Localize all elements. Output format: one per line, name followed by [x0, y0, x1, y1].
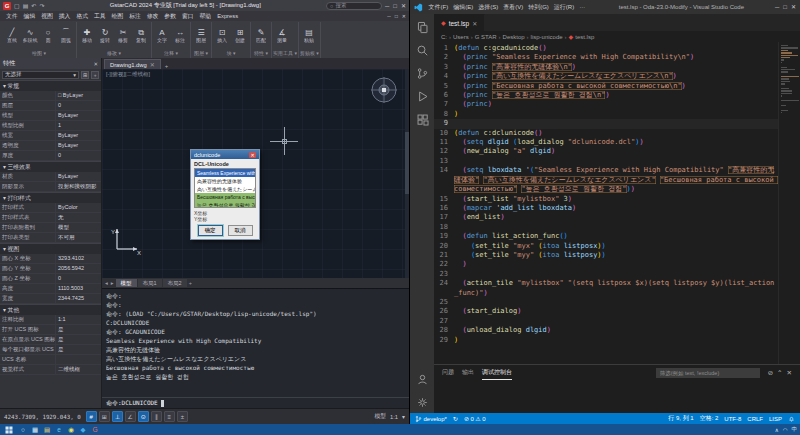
dialog-list-item[interactable]: 高兼容性的无缝体验	[195, 177, 255, 185]
layout-tab-布局1[interactable]: 布局1	[138, 279, 162, 287]
props-section-三维效果[interactable]: ▾ 三维效果	[0, 161, 101, 172]
ribbon-group-name[interactable]: 图层 ▾	[192, 48, 210, 58]
status-toggle-5[interactable]: ∥	[151, 411, 162, 422]
layout-tab-arrow[interactable]: ▸	[110, 280, 115, 286]
panel-tab-问题[interactable]: 问题	[442, 366, 454, 380]
editor-tab-test-lsp[interactable]: ◆ test.lsp ✕	[434, 14, 485, 31]
close-icon[interactable]: ✕	[150, 61, 155, 68]
cad-window-button-0[interactable]: ─	[385, 3, 389, 9]
cad-menu-绘图[interactable]: 绘图	[109, 12, 127, 21]
ribbon-group-name[interactable]: 特性 ▾	[252, 48, 270, 58]
quick-select-button[interactable]: ⊞	[81, 71, 89, 79]
ribbon-tool-粘贴[interactable]: ▤粘贴	[300, 28, 318, 43]
close-icon[interactable]: ✕	[472, 20, 477, 27]
vscode-menu-文件(F)[interactable]: 文件(F)	[426, 3, 451, 12]
editor-minimap[interactable]	[778, 42, 800, 364]
status-toggle-4[interactable]: ⊙	[138, 411, 149, 422]
close-icon[interactable]: ✕	[93, 61, 98, 67]
cad-window-button-2[interactable]: ✕	[401, 3, 406, 9]
property-row[interactable]: 圆心 Z 坐标0	[0, 274, 101, 284]
property-row[interactable]: 高度1110.5003	[0, 284, 101, 294]
ok-button[interactable]: 确定	[198, 225, 223, 236]
selection-dropdown[interactable]: 无选择 ▾	[2, 71, 79, 79]
property-row[interactable]: 阴影显示投射和接收阴影	[0, 182, 101, 192]
cad-menu-格式[interactable]: 格式	[73, 12, 91, 21]
code-line[interactable]: 23	[434, 270, 778, 279]
props-section-常规[interactable]: ▾ 常规	[0, 80, 101, 91]
vscode-menu-查看(V)[interactable]: 查看(V)	[501, 3, 526, 12]
select-objects-button[interactable]: ＋	[91, 71, 99, 79]
panel-tab-调试控制台[interactable]: 调试控制台	[482, 366, 512, 380]
property-row[interactable]: 在原点显示 UCS 图标是	[0, 335, 101, 345]
property-row[interactable]: UCS 名称	[0, 355, 101, 365]
code-line[interactable]: 28 (unload_dialog dlgid)	[434, 326, 778, 335]
property-row[interactable]: 打开 UCS 图标是	[0, 325, 101, 335]
file-explorer-icon[interactable]: ▤	[41, 425, 53, 434]
cad-menu-窗口[interactable]: 窗口	[179, 12, 197, 21]
property-row[interactable]: 线型比例1	[0, 121, 101, 131]
qat-icon-3[interactable]: ↷	[39, 3, 44, 9]
dialog-list-item[interactable]: 높은 호환성으로 원활한 경험	[195, 201, 255, 208]
props-section-打印样式[interactable]: ▾ 打印样式	[0, 192, 101, 203]
ribbon-group-name[interactable]: 修改 ▾	[78, 48, 150, 58]
navigation-compass-icon[interactable]	[369, 75, 399, 105]
ribbon-tool-插入[interactable]: ⊡插入	[213, 28, 231, 43]
debug-filter-input[interactable]	[656, 368, 760, 378]
code-line[interactable]: 15 (start_list "mylistbox" 3)	[434, 195, 778, 204]
ribbon-tool-标注[interactable]: ↔标注	[171, 28, 189, 43]
property-row[interactable]: 每个视口都显示 UCS是	[0, 345, 101, 355]
ribbon-group-name[interactable]: 注释 ▾	[153, 48, 189, 58]
code-line[interactable]: 24 (action_tile "mylistbox" "(setq listp…	[434, 279, 778, 298]
property-row[interactable]: 颜色□ ByLayer	[0, 91, 101, 101]
code-line[interactable]: 11 (setq dlgid (load_dialog "dclunicode.…	[434, 138, 778, 147]
doc-window-button-1[interactable]: □	[395, 14, 398, 19]
gstarcad-logo-icon[interactable]: G	[3, 2, 11, 10]
props-section-视图[interactable]: ▾ 视图	[0, 243, 101, 254]
doc-window-button-2[interactable]: ✕	[402, 14, 406, 19]
cad-menu-修改[interactable]: 修改	[144, 12, 162, 21]
code-line[interactable]: 16 (mapcar 'add_list lboxdata)	[434, 204, 778, 213]
account-icon[interactable]	[415, 372, 429, 386]
status-item-0[interactable]: 行 9, 列 1	[668, 414, 693, 423]
code-line[interactable]: 5 (princ "Бесшовная работа с высокой сов…	[434, 82, 778, 91]
layout-tab-arrow[interactable]: ◂	[104, 280, 109, 286]
code-line[interactable]: 17 (end_list)	[434, 213, 778, 222]
property-row[interactable]: 圆心 X 坐标3293.4102	[0, 254, 101, 264]
new-layout-button[interactable]: +	[188, 280, 193, 286]
property-row[interactable]: 图层0	[0, 101, 101, 111]
cad-menu-Express[interactable]: Express	[214, 13, 241, 19]
cad-menu-帮助[interactable]: 帮助	[197, 12, 215, 21]
ribbon-tool-文字[interactable]: A文字	[153, 28, 171, 43]
vscode-menu-运行(R)[interactable]: 运行(R)	[551, 3, 576, 12]
status-item-1[interactable]: 空格: 2	[700, 414, 719, 423]
layout-tab-模型[interactable]: 模型	[116, 279, 137, 287]
chrome-browser-icon[interactable]: ◉	[65, 425, 77, 434]
cad-menu-工具[interactable]: 工具	[91, 12, 109, 21]
code-line[interactable]: 6 (princ "높은 호환성으로 원활한 경험\n")	[434, 91, 778, 100]
panel-icon-0[interactable]: ⊘	[768, 369, 773, 377]
code-line[interactable]: 12 (new_dialog "a" dlgid)	[434, 147, 778, 156]
code-line[interactable]: 1(defun c:gcadunicode()	[434, 44, 778, 53]
cad-menu-标注[interactable]: 标注	[126, 12, 144, 21]
status-toggle-6[interactable]: ≡	[164, 411, 175, 422]
cad-search-box[interactable]: ○ 搜索	[326, 2, 382, 10]
ribbon-group-name[interactable]: 块 ▾	[213, 48, 249, 58]
code-line[interactable]: 9	[434, 119, 778, 128]
ribbon-tool-复制[interactable]: ⧉复制	[132, 28, 150, 43]
breadcrumb-item-C:[interactable]: C:	[441, 34, 447, 40]
property-row[interactable]: 线宽ByLayer	[0, 131, 101, 141]
code-line[interactable]: 7 (princ)	[434, 100, 778, 109]
cad-status-right-0[interactable]: 模型	[374, 412, 386, 421]
property-row[interactable]: 视觉样式二维线框	[0, 365, 101, 375]
code-line[interactable]: 3 (princ "高兼容性的无缝体验\n")	[434, 63, 778, 72]
qat-icon-1[interactable]: ▤	[23, 3, 29, 9]
ribbon-tool-圆弧[interactable]: ⌒圆弧	[57, 28, 75, 43]
search-icon[interactable]	[415, 43, 429, 57]
ribbon-group-name[interactable]: 实用工具 ▾	[273, 48, 297, 58]
property-row[interactable]: 厚度0	[0, 151, 101, 161]
cad-status-right-2[interactable]: ▾	[402, 414, 405, 420]
ribbon-tool-修剪[interactable]: ✂修剪	[114, 28, 132, 43]
panel-icon-2[interactable]: ✕	[787, 369, 792, 377]
notifications-bell[interactable]	[788, 415, 795, 423]
property-row[interactable]: 打印表类型不可用	[0, 233, 101, 243]
